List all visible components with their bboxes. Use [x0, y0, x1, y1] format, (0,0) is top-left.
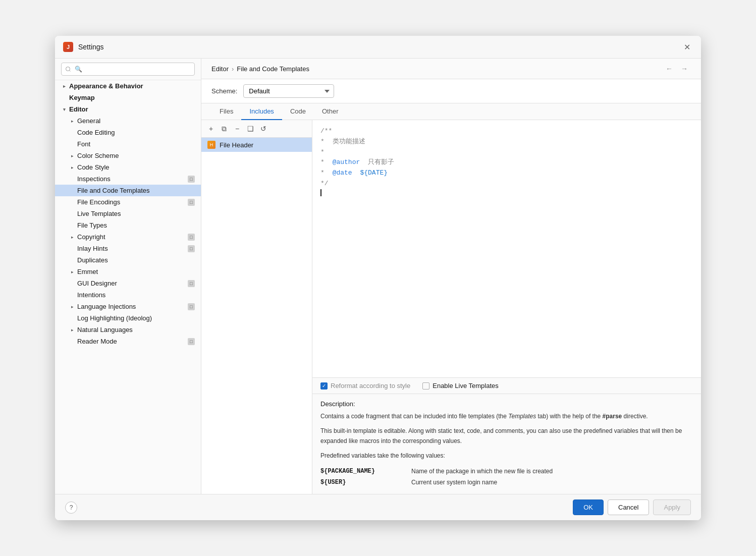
duplicate-template-button[interactable]: ❑ — [245, 123, 256, 134]
file-types-label: File Types — [77, 221, 107, 229]
description-title: Description: — [320, 400, 693, 408]
sidebar-item-copyright[interactable]: ▸Copyright□ — [55, 231, 201, 243]
description-panel: Description: Contains a code fragment th… — [312, 394, 701, 494]
code-style-chevron-icon: ▸ — [69, 164, 75, 171]
nav-back-button[interactable]: ← — [663, 64, 676, 74]
sidebar-item-duplicates[interactable]: Duplicates — [55, 254, 201, 266]
breadcrumb-parent: Editor — [211, 65, 229, 73]
help-button[interactable]: ? — [65, 502, 77, 514]
cancel-button[interactable]: Cancel — [608, 499, 649, 515]
code-line-5: * @date ${DATE} — [320, 168, 693, 179]
description-para-3: Predefined variables take the following … — [320, 451, 693, 461]
title-bar: J Settings ✕ — [55, 36, 701, 59]
search-input[interactable] — [61, 63, 195, 76]
sidebar-item-color-scheme[interactable]: ▸Color Scheme — [55, 150, 201, 161]
app-icon: J — [63, 42, 73, 52]
sidebar-item-editor[interactable]: ▾Editor — [55, 103, 201, 115]
scheme-select[interactable]: Default Project — [243, 84, 334, 98]
duplicates-label: Duplicates — [77, 256, 108, 264]
dialog-footer: ? OK Cancel Apply — [55, 494, 701, 520]
file-header-label: File Header — [220, 141, 253, 149]
sidebar-item-natural-languages[interactable]: ▸Natural Languages — [55, 324, 201, 336]
add-template-button[interactable]: + — [205, 123, 217, 134]
general-chevron-icon: ▸ — [69, 118, 75, 124]
appearance-label: Appearance & Behavior — [69, 82, 143, 90]
file-item-header[interactable]: H File Header — [201, 138, 312, 152]
sidebar-item-intentions[interactable]: Intentions — [55, 289, 201, 301]
sidebar-item-emmet[interactable]: ▸Emmet — [55, 266, 201, 277]
live-templates-label: Enable Live Templates — [433, 382, 499, 390]
sidebar-tree: ▸Appearance & BehaviorKeymap▾Editor▸Gene… — [55, 80, 201, 347]
sidebar-item-log-highlighting[interactable]: Log Highlighting (Ideolog) — [55, 312, 201, 324]
settings-dialog: J Settings ✕ ▸Appearance & BehaviorKeyma… — [55, 36, 701, 520]
file-toolbar: + ⧉ − ❑ ↺ — [201, 120, 312, 138]
sidebar: ▸Appearance & BehaviorKeymap▾Editor▸Gene… — [55, 59, 201, 494]
nav-forward-button[interactable]: → — [678, 64, 691, 74]
reader-mode-badge: □ — [188, 338, 195, 345]
copyright-chevron-icon: ▸ — [69, 234, 75, 240]
editor-label: Editor — [69, 105, 88, 113]
description-para-2: This built-in template is editable. Alon… — [320, 426, 693, 446]
sidebar-item-code-editing[interactable]: Code Editing — [55, 127, 201, 138]
sidebar-item-inspections[interactable]: Inspections□ — [55, 173, 201, 185]
sidebar-item-font[interactable]: Font — [55, 138, 201, 150]
reformat-checkbox[interactable]: ✓ — [320, 382, 328, 390]
code-panel: /** * 类功能描述 * * @aut — [312, 120, 701, 494]
tab-files[interactable]: Files — [211, 103, 241, 120]
close-button[interactable]: ✕ — [681, 41, 693, 53]
file-and-code-templates-label: File and Code Templates — [77, 187, 150, 194]
sidebar-item-code-style[interactable]: ▸Code Style — [55, 161, 201, 173]
search-box — [55, 59, 201, 80]
apply-button[interactable]: Apply — [653, 499, 691, 515]
ok-button[interactable]: OK — [573, 499, 604, 515]
live-templates-option: Enable Live Templates — [422, 382, 499, 390]
sidebar-item-general[interactable]: ▸General — [55, 115, 201, 127]
color-scheme-chevron-icon: ▸ — [69, 153, 75, 159]
sidebar-item-language-injections[interactable]: ▸Language Injections□ — [55, 301, 201, 312]
sidebar-item-reader-mode[interactable]: Reader Mode□ — [55, 336, 201, 347]
breadcrumb-separator: › — [232, 65, 234, 73]
sidebar-item-inlay-hints[interactable]: Inlay Hints□ — [55, 243, 201, 254]
language-injections-chevron-icon: ▸ — [69, 304, 75, 310]
breadcrumb-current: File and Code Templates — [237, 65, 309, 73]
file-encodings-badge: □ — [188, 199, 195, 206]
copy-template-button[interactable]: ⧉ — [219, 123, 230, 134]
code-date-tag: @date — [333, 168, 352, 179]
code-style-label: Code Style — [77, 163, 110, 171]
live-templates-label: Live Templates — [77, 210, 121, 217]
inspections-badge: □ — [188, 176, 195, 183]
reset-template-button[interactable]: ↺ — [258, 123, 269, 134]
sidebar-item-file-and-code-templates[interactable]: File and Code Templates — [55, 185, 201, 196]
log-highlighting-label: Log Highlighting (Ideolog) — [77, 314, 152, 322]
font-label: Font — [77, 140, 90, 148]
code-editor[interactable]: /** * 类功能描述 * * @aut — [312, 120, 701, 377]
tab-other[interactable]: Other — [314, 103, 347, 120]
file-list-panel: + ⧉ − ❑ ↺ H File Header — [201, 120, 312, 494]
gui-designer-badge: □ — [188, 280, 195, 287]
sidebar-item-keymap[interactable]: Keymap — [55, 92, 201, 103]
dialog-title: Settings — [78, 43, 676, 51]
tab-code[interactable]: Code — [282, 103, 314, 120]
sidebar-item-file-types[interactable]: File Types — [55, 219, 201, 231]
code-date-var: ${DATE} — [360, 168, 388, 179]
code-asterisk-1: * — [320, 137, 325, 147]
natural-languages-chevron-icon: ▸ — [69, 327, 75, 333]
tab-includes[interactable]: Includes — [241, 103, 282, 120]
code-cursor — [320, 189, 321, 196]
live-templates-checkbox[interactable] — [422, 382, 429, 390]
scheme-bar: Scheme: Default Project — [201, 79, 701, 103]
editor-chevron-icon: ▾ — [61, 106, 67, 113]
gui-designer-label: GUI Designer — [77, 280, 117, 287]
code-line-6: */ — [320, 179, 693, 189]
code-line-2: * 类功能描述 — [320, 137, 693, 147]
file-header-icon: H — [207, 141, 215, 149]
sidebar-item-live-templates[interactable]: Live Templates — [55, 208, 201, 219]
sidebar-item-gui-designer[interactable]: GUI Designer□ — [55, 277, 201, 289]
sidebar-item-appearance[interactable]: ▸Appearance & Behavior — [55, 80, 201, 92]
sidebar-item-file-encodings[interactable]: File Encodings□ — [55, 196, 201, 208]
color-scheme-label: Color Scheme — [77, 152, 119, 159]
remove-template-button[interactable]: − — [232, 123, 243, 134]
language-injections-label: Language Injections — [77, 303, 136, 310]
copyright-label: Copyright — [77, 233, 105, 241]
emmet-chevron-icon: ▸ — [69, 269, 75, 275]
